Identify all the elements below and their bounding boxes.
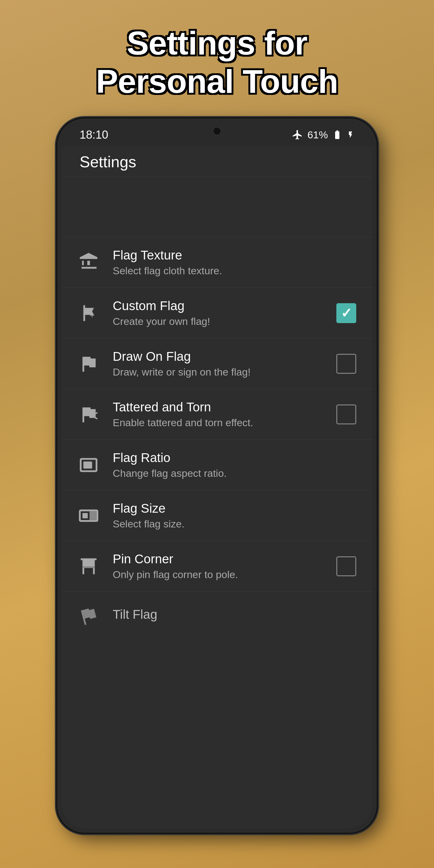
draw-flag-checkbox[interactable]	[336, 354, 356, 374]
battery-level: 61%	[307, 129, 328, 141]
pin-corner-subtitle: Only pin flag corner to pole.	[113, 569, 323, 581]
svg-rect-6	[83, 513, 88, 518]
settings-item-flag-size[interactable]: Flag Size Select flag size.	[61, 490, 373, 541]
app-header: Settings	[61, 147, 373, 177]
draw-flag-control[interactable]	[335, 352, 358, 375]
status-right: 61%	[292, 129, 354, 141]
draw-flag-icon	[76, 352, 101, 376]
pin-corner-control[interactable]	[335, 555, 358, 578]
custom-flag-subtitle: Create your own flag!	[113, 315, 323, 327]
flag-texture-content: Flag Texture Select flag cloth texture.	[113, 248, 358, 277]
tattered-title: Tattered and Torn	[113, 400, 323, 414]
size-icon	[76, 504, 101, 528]
camera-notch	[213, 127, 221, 135]
tattered-icon	[76, 402, 101, 427]
flag-texture-icon	[76, 250, 101, 275]
custom-flag-checkbox[interactable]	[336, 303, 356, 323]
pin-corner-content: Pin Corner Only pin flag corner to pole.	[113, 552, 323, 581]
pin-corner-title: Pin Corner	[113, 552, 323, 566]
page-title: Settings for Personal Touch	[60, 0, 374, 119]
empty-section	[61, 177, 373, 237]
status-time: 18:10	[80, 128, 108, 141]
phone-wrapper: 18:10 61% Settin	[51, 119, 383, 868]
flag-size-title: Flag Size	[113, 501, 358, 516]
status-icons	[292, 129, 303, 141]
flag-size-content: Flag Size Select flag size.	[113, 501, 358, 530]
settings-item-flag-texture[interactable]: Flag Texture Select flag cloth texture.	[61, 237, 373, 288]
draw-flag-subtitle: Draw, write or sign on the flag!	[113, 366, 323, 378]
svg-rect-7	[90, 511, 96, 520]
pin-icon	[76, 554, 101, 578]
tattered-checkbox[interactable]	[336, 404, 356, 424]
app-header-title: Settings	[80, 153, 136, 171]
tattered-content: Tattered and Torn Enable tattered and to…	[113, 400, 323, 429]
pin-corner-checkbox[interactable]	[336, 556, 356, 576]
flag-ratio-subtitle: Change flag aspect ratio.	[113, 467, 358, 479]
tattered-control[interactable]	[335, 403, 358, 426]
custom-flag-content: Custom Flag Create your own flag!	[113, 299, 323, 327]
battery-icon	[332, 130, 342, 140]
tilt-icon	[76, 604, 101, 628]
flag-texture-title: Flag Texture	[113, 248, 358, 262]
svg-line-2	[94, 417, 98, 418]
settings-item-flag-ratio[interactable]: Flag Ratio Change flag aspect ratio.	[61, 440, 373, 490]
tilt-flag-title: Tilt Flag	[113, 607, 358, 622]
flag-ratio-content: Flag Ratio Change flag aspect ratio.	[113, 451, 358, 479]
airplane-icon	[292, 129, 303, 141]
tattered-subtitle: Enable tattered and torn effect.	[113, 417, 323, 429]
charging-icon	[347, 131, 354, 138]
settings-list: Flag Texture Select flag cloth texture. …	[61, 237, 373, 829]
flag-texture-subtitle: Select flag cloth texture.	[113, 265, 358, 277]
ratio-icon	[76, 453, 101, 477]
draw-flag-content: Draw On Flag Draw, write or sign on the …	[113, 349, 323, 378]
phone-frame: 18:10 61% Settin	[57, 119, 377, 833]
settings-item-tattered[interactable]: Tattered and Torn Enable tattered and to…	[61, 389, 373, 440]
settings-item-custom-flag[interactable]: + Custom Flag Create your own flag!	[61, 288, 373, 338]
custom-flag-title: Custom Flag	[113, 299, 323, 313]
custom-flag-control[interactable]	[335, 302, 358, 324]
flag-ratio-title: Flag Ratio	[113, 451, 358, 465]
svg-rect-4	[84, 461, 92, 468]
flag-size-subtitle: Select flag size.	[113, 518, 358, 530]
settings-item-draw-flag[interactable]: Draw On Flag Draw, write or sign on the …	[61, 338, 373, 389]
settings-item-pin-corner[interactable]: Pin Corner Only pin flag corner to pole.	[61, 541, 373, 592]
settings-item-tilt-flag[interactable]: Tilt Flag	[61, 592, 373, 640]
draw-flag-title: Draw On Flag	[113, 349, 323, 364]
svg-text:+: +	[90, 310, 95, 320]
tilt-flag-content: Tilt Flag	[113, 607, 358, 624]
custom-flag-icon: +	[76, 301, 101, 325]
